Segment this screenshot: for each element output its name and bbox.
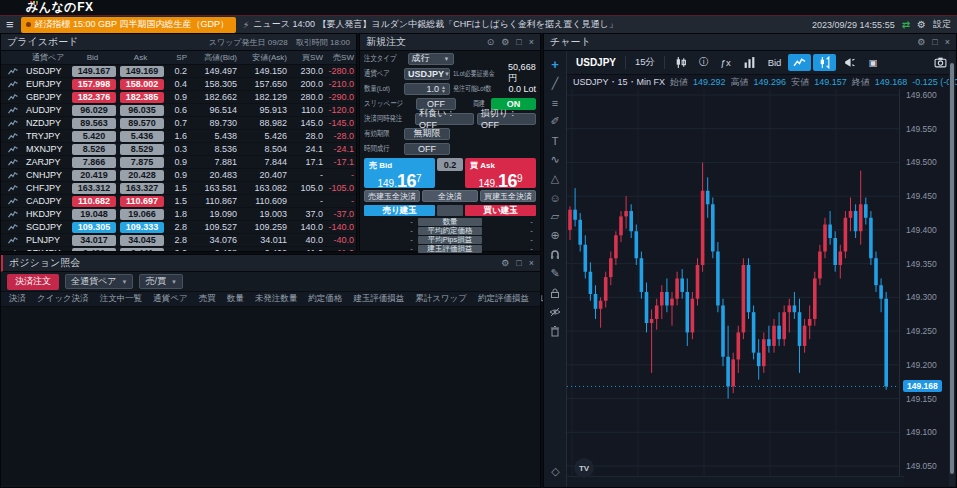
price-axis[interactable]: 149.600149.550149.500149.450149.400149.3… [899,89,952,479]
column-header[interactable]: 約定評価損益 [478,293,529,305]
indicators-fx-icon[interactable]: ƒx [716,55,736,70]
indicator-template-icon[interactable] [738,54,761,71]
price-row[interactable]: CNHJPY20.41920.4280.920.48320.407-- [1,169,356,182]
price-row[interactable]: MXNJPY8.5268.5290.38.5368.50424.1-24.1 [1,143,356,156]
close-all-sell-button[interactable]: 売建玉全決済 [364,190,420,202]
price-row[interactable]: EURJPY157.998158.0020.4158.305157.650200… [1,78,356,91]
candlestick-chart[interactable] [567,89,899,479]
gear-icon[interactable]: ⚙ [501,38,509,47]
hide-icon[interactable] [546,302,565,321]
ask-price-button[interactable]: 7.875 [120,157,164,168]
bid-price-button[interactable]: 157.998 [72,79,116,90]
settings-icon[interactable]: ⚙ [917,19,926,30]
trendline-icon[interactable]: ╱ [546,74,565,93]
chart-mini-icon[interactable] [7,249,19,252]
ask-price-button[interactable]: 34.045 [120,235,164,246]
ask-price-button[interactable]: 109.333 [120,222,164,233]
column-header[interactable]: 累計スワップ [415,293,467,305]
ask-price-button[interactable]: 182.385 [120,92,164,103]
ask-price-button[interactable]: 5.436 [120,131,164,142]
chart-mini-icon[interactable] [7,171,19,180]
take-profit-toggle[interactable]: 利食い：OFF [415,113,474,125]
bid-price-button[interactable]: 149.167 [72,66,116,77]
close-all-button[interactable]: 全決済 [422,190,478,202]
chart-mini-icon[interactable] [7,119,19,128]
chart-canvas[interactable] [567,89,899,479]
chart-mini-icon[interactable] [7,106,19,115]
target-icon[interactable]: ⊙ [487,38,495,47]
chart-mini-icon[interactable] [7,223,19,232]
close-order-badge[interactable]: 決済注文 [7,274,59,290]
price-row[interactable]: SGDJPY109.305109.3332.8109.527109.259140… [1,221,356,234]
maximize-icon[interactable]: □ [932,38,937,47]
chart-mini-icon[interactable] [7,236,19,245]
line-chart-icon[interactable] [788,54,811,71]
price-row[interactable]: GBPJPY182.376182.3850.9182.662182.129280… [1,91,356,104]
forecast-icon[interactable]: △ [546,169,565,188]
chart-mini-icon[interactable] [7,80,19,89]
column-header[interactable]: 注文中一覧 [100,293,143,305]
column-header[interactable]: 未発注数量 [255,293,298,305]
column-header[interactable]: 通貨ペア [153,293,187,305]
chart-mini-icon[interactable] [7,132,19,141]
close-icon[interactable]: × [529,259,534,268]
bid-price-button[interactable]: 89.563 [72,118,116,129]
price-row[interactable]: USDJPY149.167149.1690.2149.497149.150230… [1,65,356,78]
candle-style-icon[interactable] [669,54,692,71]
pair-select[interactable]: USDJPY▼ [404,68,450,80]
column-header[interactable]: クイック決済 [37,293,89,305]
stop-loss-toggle[interactable]: 損切り：OFF [477,113,536,125]
gear-icon[interactable]: ⚙ [917,38,925,47]
bid-price-button[interactable]: 163.312 [72,183,116,194]
ask-price-button[interactable]: 6.441 [120,248,164,252]
bid-price-button[interactable]: 20.419 [72,170,116,181]
bid-price-button[interactable]: 34.017 [72,235,116,246]
column-header[interactable]: 建玉評価損益 [353,293,404,305]
chart-mini-icon[interactable] [7,197,19,206]
chart-mini-icon[interactable] [7,158,19,167]
magnet-icon[interactable] [546,245,565,264]
price-row[interactable]: PLNJPY34.01734.0452.834.07634.01140.0-40… [1,234,356,247]
bid-price-button[interactable]: 5.420 [72,131,116,142]
ask-price-button[interactable]: 149.169 [120,66,164,77]
ask-price-button[interactable]: 20.428 [120,170,164,181]
column-header[interactable]: 数量 [227,293,244,305]
pattern-icon[interactable]: ∿ [546,150,565,169]
maximize-icon[interactable]: □ [516,38,521,47]
close-icon[interactable]: × [945,38,950,47]
symbol-button[interactable]: USDJPY [571,55,621,70]
bid-price-button[interactable]: 6.421 [72,248,116,252]
crosshair-icon[interactable]: + [546,55,565,74]
expiry-button[interactable]: 無期限 [404,128,450,140]
text-tool-icon[interactable]: T [546,131,565,150]
chart-mini-icon[interactable] [7,184,19,193]
pair-filter-select[interactable]: 全通貨ペア▼ [65,274,133,289]
bid-price-button[interactable]: 96.029 [72,105,116,116]
buy-ask-button[interactable]: 買 Ask 149.169 [465,158,536,188]
economic-indicator-badge[interactable]: 経済指標 15:00 GBP 四半期国内総生産（GDP） [21,17,236,33]
chart-mini-icon[interactable] [7,93,19,102]
bid-price-button[interactable]: 7.866 [72,157,116,168]
price-row[interactable]: CHFJPY163.312163.3271.5163.581163.082105… [1,182,356,195]
compare-scale-icon[interactable] [813,54,836,71]
settings-label[interactable]: 設定 [933,18,951,31]
layout-icon[interactable]: ▣ [863,55,882,70]
maximize-icon[interactable]: □ [516,259,521,268]
delete-icon[interactable] [546,321,565,340]
close-icon[interactable]: × [529,38,534,47]
price-row[interactable]: ZARJPY7.8667.8750.97.8817.84417.1-17.1 [1,156,356,169]
side-filter-select[interactable]: 売/買▼ [139,274,182,289]
alert-megaphone-icon[interactable] [838,54,861,71]
zoom-in-icon[interactable]: ⊕ [546,226,565,245]
column-header[interactable]: 決済 [9,293,26,305]
ask-price-button[interactable]: 89.570 [120,118,164,129]
chart-mini-icon[interactable] [7,145,19,154]
chart-mini-icon[interactable] [7,210,19,219]
price-row[interactable]: HKDJPY19.04819.0661.819.09019.00337.0-37… [1,208,356,221]
column-header[interactable]: 約定価格 [308,293,342,305]
bid-price-button[interactable]: 19.048 [72,209,116,220]
favorites-icon[interactable]: ◇ [546,462,565,481]
close-all-buy-button[interactable]: 買建玉全決済 [480,190,536,202]
price-row[interactable]: TRYJPY5.4205.4361.65.4385.42628.0-28.0 [1,130,356,143]
ruler-icon[interactable]: ▱ [546,207,565,226]
